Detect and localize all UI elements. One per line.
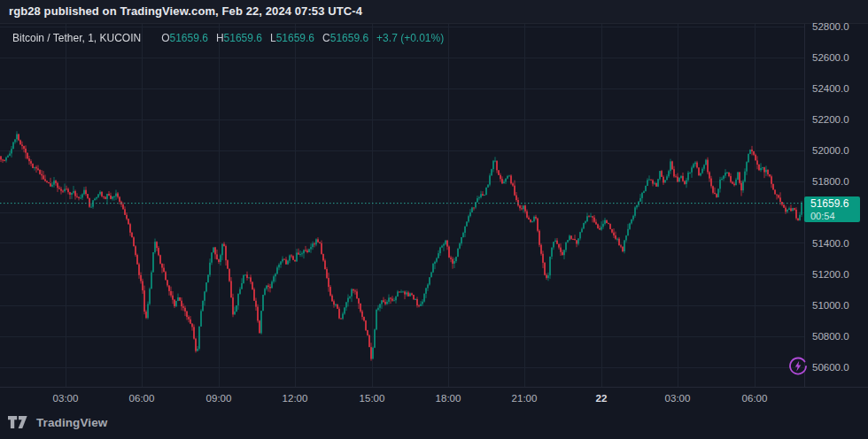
price-tick-label: 52200.0 [812,114,849,125]
footer: TradingView [0,409,868,439]
ohlc-close-label: C [322,32,330,44]
current-price-badge: 51659.6 00:54 [804,196,860,222]
price-axis[interactable]: 52800.052600.052400.052200.052000.051800… [805,24,868,387]
current-price-value: 51659.6 [810,197,860,211]
time-tick-label: 03:00 [658,388,697,409]
publish-text: rgb28 published on TradingView.com, Feb … [0,0,362,23]
price-tick-label: 51200.0 [812,269,849,280]
ohlc-open-value: 51659.6 [170,32,208,44]
price-tick-label: 51800.0 [812,176,849,187]
symbol-title[interactable]: Bitcoin / Tether, 1, KUCOIN [12,32,141,44]
ohlc-open-label: O [161,32,169,44]
price-tick-label: 52600.0 [812,52,849,63]
chart-legend: Bitcoin / Tether, 1, KUCOINO51659.6H5165… [12,32,444,44]
tradingview-logo-icon [8,416,30,429]
price-tick-label: 50800.0 [812,331,849,342]
time-tick-label: 12:00 [275,388,314,409]
ohlc-low-label: L [270,32,276,44]
time-tick-label: 18:00 [429,388,468,409]
candlestick-chart[interactable] [0,24,804,387]
tradingview-logo[interactable]: TradingView [8,416,107,429]
price-tick-label: 51000.0 [812,300,849,311]
price-tick-label: 52400.0 [812,83,849,94]
time-tick-label: 06:00 [735,388,774,409]
time-tick-label: 15:00 [353,388,391,409]
time-tick-label: 09:00 [199,388,238,409]
chart-pane: Bitcoin / Tether, 1, KUCOINO51659.6H5165… [0,24,804,387]
time-tick-label: 03:00 [46,388,85,409]
time-tick-label: 21:00 [505,388,544,409]
tradingview-logo-text: TradingView [36,416,107,429]
ohlc-high-label: H [216,32,224,44]
bar-countdown: 00:54 [810,211,860,221]
flash-icon[interactable] [787,356,809,377]
time-axis[interactable]: 03:0006:0009:0012:0015:0018:0021:002203:… [0,388,868,409]
price-tick-label: 52000.0 [812,145,849,156]
time-tick-label: 22 [582,388,621,409]
ohlc-high-value: 51659.6 [224,32,262,44]
change-value: +3.7 (+0.01%) [376,32,444,44]
ohlc-low-value: 51659.6 [276,32,314,44]
price-tick-label: 51400.0 [812,238,849,249]
price-tick-label: 50600.0 [812,362,849,373]
price-tick-label: 52800.0 [812,21,849,32]
tradingview-snapshot: rgb28 published on TradingView.com, Feb … [0,0,868,439]
publish-bar: rgb28 published on TradingView.com, Feb … [0,0,868,24]
ohlc-close-value: 51659.6 [330,32,368,44]
time-tick-label: 06:00 [122,388,161,409]
